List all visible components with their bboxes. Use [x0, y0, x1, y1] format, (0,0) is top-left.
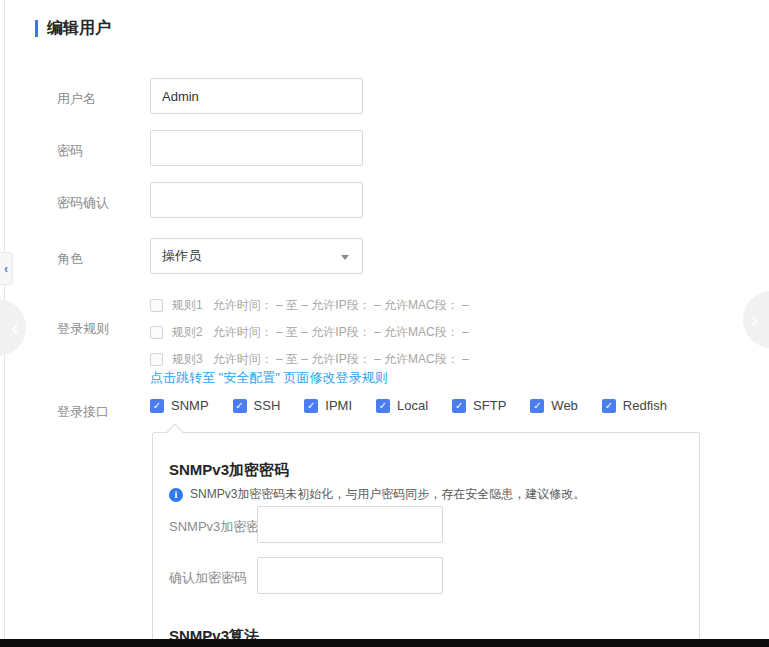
interface-option-label: Local: [397, 398, 428, 413]
checkbox-unchecked-icon[interactable]: [150, 326, 163, 339]
check-icon: ✓: [605, 401, 613, 411]
snmpv3-info-row: i SNMPv3加密密码未初始化，与用户密码同步，存在安全隐患，建议修改。: [169, 486, 585, 503]
interface-option-label: Web: [551, 398, 578, 413]
page-title-text: 编辑用户: [47, 18, 111, 39]
chevron-right-icon: ›: [750, 306, 758, 334]
username-label: 用户名: [57, 90, 96, 108]
rule-detail: 允许时间： – 至 – 允许IP段： – 允许MAC段： –: [213, 297, 469, 314]
checkbox-checked-icon[interactable]: ✓: [233, 399, 247, 413]
check-icon: ✓: [235, 401, 243, 411]
check-icon: ✓: [379, 401, 387, 411]
login-rules-label: 登录规则: [57, 320, 109, 338]
password-confirm-input[interactable]: [150, 182, 363, 218]
role-select-value: 操作员: [162, 247, 201, 265]
bottom-black-bar: [0, 639, 769, 647]
login-rules-list: 规则1 允许时间： – 至 – 允许IP段： – 允许MAC段： – 规则2 允…: [150, 292, 469, 373]
password-label: 密码: [57, 142, 83, 160]
check-icon: ✓: [533, 401, 541, 411]
security-config-link[interactable]: 点击跳转至 "安全配置" 页面修改登录规则: [150, 369, 387, 387]
snmpv3-panel-title: SNMPv3加密密码: [169, 461, 289, 480]
checkbox-unchecked-icon[interactable]: [150, 353, 163, 366]
chevron-left-icon: ‹: [4, 262, 8, 276]
carousel-next-button[interactable]: ›: [743, 291, 769, 348]
snmpv3-password-confirm-input[interactable]: [257, 557, 443, 594]
snmpv3-password-confirm-label: 确认加密密码: [169, 569, 247, 587]
interface-option-label: SSH: [254, 398, 281, 413]
rule-detail: 允许时间： – 至 – 允许IP段： – 允许MAC段： –: [213, 351, 469, 368]
chevron-down-icon: [341, 255, 349, 260]
interface-option-label: IPMI: [325, 398, 352, 413]
rule-name: 规则1: [172, 297, 203, 314]
rule-name: 规则2: [172, 324, 203, 341]
carousel-prev-button[interactable]: ‹: [0, 299, 26, 356]
checkbox-unchecked-icon[interactable]: [150, 299, 163, 312]
title-accent-bar: [35, 20, 38, 37]
interface-option-snmp[interactable]: ✓ SNMP: [150, 398, 209, 413]
interface-option-ipmi[interactable]: ✓ IPMI: [304, 398, 352, 413]
check-icon: ✓: [455, 401, 463, 411]
login-interfaces-label: 登录接口: [57, 403, 109, 421]
checkbox-checked-icon[interactable]: ✓: [304, 399, 318, 413]
check-icon: ✓: [153, 401, 161, 411]
rule-row-2[interactable]: 规则2 允许时间： – 至 – 允许IP段： – 允许MAC段： –: [150, 319, 469, 346]
snmpv3-panel: SNMPv3加密密码 i SNMPv3加密密码未初始化，与用户密码同步，存在安全…: [152, 432, 700, 647]
interface-option-redfish[interactable]: ✓ Redfish: [602, 398, 667, 413]
snmpv3-info-text: SNMPv3加密密码未初始化，与用户密码同步，存在安全隐患，建议修改。: [190, 486, 585, 503]
checkbox-checked-icon[interactable]: ✓: [376, 399, 390, 413]
checkbox-checked-icon[interactable]: ✓: [602, 399, 616, 413]
role-label: 角色: [57, 250, 83, 268]
chevron-left-icon: ‹: [11, 314, 19, 342]
password-confirm-label: 密码确认: [57, 194, 109, 212]
checkbox-checked-icon[interactable]: ✓: [452, 399, 466, 413]
interface-option-local[interactable]: ✓ Local: [376, 398, 428, 413]
role-select[interactable]: 操作员: [150, 238, 363, 274]
rule-row-1[interactable]: 规则1 允许时间： – 至 – 允许IP段： – 允许MAC段： –: [150, 292, 469, 319]
interface-option-ssh[interactable]: ✓ SSH: [233, 398, 281, 413]
sidebar-collapse-handle[interactable]: ‹: [0, 252, 13, 285]
rule-detail: 允许时间： – 至 – 允许IP段： – 允许MAC段： –: [213, 324, 469, 341]
username-input[interactable]: [150, 78, 363, 114]
interface-option-sftp[interactable]: ✓ SFTP: [452, 398, 506, 413]
check-icon: ✓: [307, 401, 315, 411]
checkbox-checked-icon[interactable]: ✓: [150, 399, 164, 413]
interface-option-label: SNMP: [171, 398, 209, 413]
password-input[interactable]: [150, 130, 363, 166]
panel-notch: [167, 424, 184, 441]
interface-option-label: SFTP: [473, 398, 506, 413]
interface-option-web[interactable]: ✓ Web: [530, 398, 578, 413]
page-title: 编辑用户: [35, 18, 111, 39]
login-interfaces-group: ✓ SNMP ✓ SSH ✓ IPMI ✓ Local ✓ SFTP ✓ Web…: [150, 398, 691, 413]
checkbox-checked-icon[interactable]: ✓: [530, 399, 544, 413]
rule-name: 规则3: [172, 351, 203, 368]
snmpv3-password-input[interactable]: [257, 506, 443, 543]
interface-option-label: Redfish: [623, 398, 667, 413]
info-icon: i: [169, 488, 183, 502]
